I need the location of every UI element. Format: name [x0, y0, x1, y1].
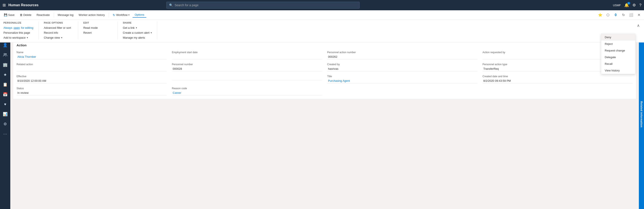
- sidebar-settings[interactable]: ⚙: [0, 119, 10, 129]
- save-button[interactable]: 💾 Save: [2, 12, 17, 18]
- ribbon-collapse-button[interactable]: ∧: [636, 22, 640, 29]
- always-open-item[interactable]: Always open for editing: [4, 26, 33, 30]
- grid-icon[interactable]: ⊞: [2, 3, 6, 8]
- change-view-chevron: ▾: [61, 36, 62, 39]
- get-link-item[interactable]: Get a link ▾: [123, 26, 152, 30]
- favorites-button[interactable]: ⭐: [597, 12, 604, 18]
- field-name: Name Alicia Thornber: [16, 51, 167, 60]
- manage-alerts-item[interactable]: Manage my alerts: [123, 36, 152, 40]
- field-label-reason-code: Reason code: [172, 87, 322, 90]
- sidebar-benefits[interactable]: ♥: [0, 100, 10, 109]
- advanced-filter-item[interactable]: Advanced filter or sort: [44, 26, 73, 30]
- svg-point-0: [4, 54, 5, 55]
- main-content: ⊽ Assigned worker actions | 000262 : TRA…: [10, 20, 639, 209]
- approve-dropdown-menu: Deny Reject Request change Delegate Reca…: [601, 34, 636, 74]
- form-grid: Name Alicia Thornber Employment start da…: [16, 51, 632, 96]
- search-input[interactable]: [174, 4, 357, 7]
- personalize-page-item[interactable]: Personalize this page: [4, 31, 33, 35]
- add-to-workspace-item[interactable]: Add to workspace ▾: [4, 36, 33, 40]
- delegate-item[interactable]: Delegate: [601, 54, 635, 60]
- save-icon: 💾: [4, 13, 7, 16]
- field-value-created-by[interactable]: hasrivas: [327, 67, 478, 72]
- field-value-employment-start[interactable]: [172, 55, 322, 60]
- field-label-related-action: Related action: [16, 63, 167, 66]
- field-value-status[interactable]: In review: [16, 91, 167, 96]
- request-change-item[interactable]: Request change: [601, 47, 635, 54]
- field-effective: Effective 8/10/2020 12:00:00 AM: [16, 75, 167, 84]
- field-label-title: Title: [327, 75, 478, 78]
- worker-action-history-button[interactable]: Worker action history: [76, 12, 107, 18]
- field-value-reason-code[interactable]: Career: [172, 91, 322, 96]
- options-ribbon: Personalize Always open for editing Pers…: [0, 20, 644, 42]
- help-icon[interactable]: ?: [639, 3, 642, 8]
- user-label: USMF: [613, 4, 621, 7]
- reject-item[interactable]: Reject: [601, 40, 635, 47]
- field-status: Status In review: [16, 87, 167, 96]
- main-layout: ☰ ⌂ 👤 🏢 ★ 📋 📅 ♥ 📊 ⚙ ⋯ ⊽ Assigned worker …: [0, 20, 644, 209]
- custom-alert-chevron: ▾: [151, 32, 152, 34]
- notification-icon[interactable]: 🔔 1: [624, 3, 629, 8]
- related-information-panel[interactable]: Related information: [639, 20, 644, 209]
- workflow-icon: ↻: [113, 13, 115, 17]
- field-value-title[interactable]: Purchasing Agent: [327, 79, 478, 84]
- search-icon: 🔍: [169, 4, 173, 7]
- refresh-button[interactable]: ↻: [620, 12, 627, 18]
- record-info-item[interactable]: Record info: [44, 31, 73, 35]
- personalize-group: Personalize Always open for editing Pers…: [4, 22, 39, 40]
- open-button[interactable]: ⬡: [604, 12, 611, 18]
- field-personnel-number: Personnel number 000028: [172, 63, 322, 72]
- field-value-name[interactable]: Alicia Thornber: [16, 55, 167, 60]
- sidebar-worker[interactable]: [0, 50, 10, 60]
- command-bar: 💾 Save 🗑 Delete Reactivate Message log W…: [0, 10, 644, 20]
- field-value-created-date[interactable]: 8/2/2020 09:43:59 PM: [482, 79, 633, 84]
- sidebar-tasks[interactable]: 📋: [0, 80, 10, 89]
- field-value-effective[interactable]: 8/10/2020 12:00:00 AM: [16, 79, 167, 84]
- revert-item[interactable]: Revert: [83, 31, 112, 35]
- field-empty-1: [172, 75, 322, 84]
- custom-alert-item[interactable]: Create a custom alert ▾: [123, 31, 152, 35]
- delete-icon: 🗑: [20, 13, 22, 16]
- field-related-action: Related action: [16, 63, 167, 72]
- field-label-name: Name: [16, 51, 167, 54]
- field-label-created-by: Created by: [327, 63, 478, 66]
- detach-button[interactable]: ⬜: [628, 12, 634, 18]
- sidebar-more[interactable]: ⋯: [0, 129, 10, 138]
- field-created-by: Created by hasrivas: [327, 63, 478, 72]
- personalize-group-title: Personalize: [4, 22, 33, 24]
- cmd-separator-1: [54, 12, 54, 18]
- field-value-related-action[interactable]: [16, 67, 167, 72]
- sidebar: ☰ ⌂ 👤 🏢 ★ 📋 📅 ♥ 📊 ⚙ ⋯: [0, 20, 10, 209]
- deny-item[interactable]: Deny: [601, 34, 635, 40]
- reactivate-button[interactable]: Reactivate: [34, 12, 52, 18]
- sidebar-skills[interactable]: ★: [0, 70, 10, 80]
- field-value-personnel-action-number[interactable]: 000262: [327, 55, 478, 60]
- close-button[interactable]: ✕: [636, 12, 642, 18]
- message-log-button[interactable]: Message log: [56, 12, 76, 18]
- related-information-label: Related information: [640, 101, 643, 128]
- sidebar-org[interactable]: 🏢: [0, 60, 10, 70]
- sidebar-leave[interactable]: 📅: [0, 90, 10, 99]
- field-created-date: Created date and time 8/2/2020 09:43:59 …: [482, 75, 633, 84]
- msg-count-button[interactable]: 0: [612, 12, 619, 18]
- delete-button[interactable]: 🗑 Delete: [18, 12, 34, 18]
- edit-group: Edit Read mode Revert: [83, 22, 118, 40]
- sidebar-reports[interactable]: 📊: [0, 110, 10, 119]
- top-nav-right: USMF 🔔 1 ⚙ ?: [613, 3, 642, 8]
- field-label-personnel-number: Personnel number: [172, 63, 322, 66]
- field-personnel-action-number: Personnel action number 000262: [327, 51, 478, 60]
- search-bar[interactable]: 🔍: [166, 2, 360, 8]
- form-section: Action 8/10/2020 12:0... Name Alicia Tho…: [13, 39, 636, 99]
- change-view-item[interactable]: Change view ▾: [44, 36, 73, 40]
- workflow-button[interactable]: ↻ Workflow ▾: [110, 12, 132, 18]
- cmd-separator-2: [108, 12, 109, 18]
- settings-icon[interactable]: ⚙: [632, 3, 636, 8]
- svg-point-1: [6, 54, 7, 55]
- recall-item[interactable]: Recall: [601, 60, 635, 67]
- view-history-item[interactable]: View history: [601, 67, 635, 74]
- field-reason-code: Reason code Career: [172, 87, 322, 96]
- page-options-group-title: Page options: [44, 22, 73, 24]
- options-button[interactable]: Options: [132, 12, 146, 18]
- app-title: Human Resources: [8, 3, 39, 7]
- read-mode-item[interactable]: Read mode: [83, 26, 112, 30]
- field-value-personnel-number[interactable]: 000028: [172, 67, 322, 72]
